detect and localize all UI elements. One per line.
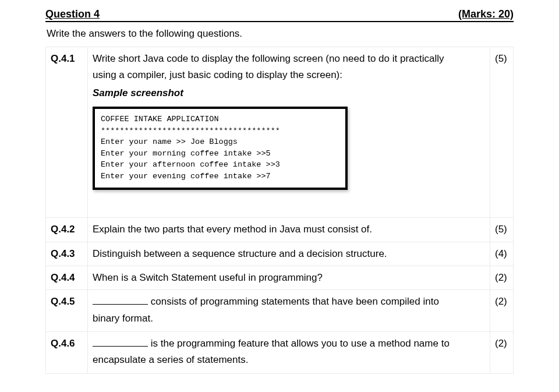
question-number: Q.4.4 — [46, 266, 88, 290]
question-text-line: encapsulate a series of statements. — [93, 352, 485, 368]
question-body: consists of programming statements that … — [88, 290, 490, 332]
question-text: is the programming feature that allows y… — [148, 338, 450, 349]
question-marks: (5) — [490, 47, 514, 218]
question-body: Distinguish between a sequence structure… — [88, 242, 490, 266]
question-marks: (2) — [490, 290, 514, 332]
question-body: Write short Java code to display the fol… — [88, 47, 490, 218]
question-text: When is a Switch Statement useful in pro… — [93, 272, 323, 283]
question-number: Q.4.5 — [46, 290, 88, 332]
table-row: Q.4.1 Write short Java code to display t… — [46, 47, 514, 218]
console-line: ************************************** — [101, 125, 339, 137]
question-text: Explain the two parts that every method … — [93, 224, 372, 235]
table-row: Q.4.3 Distinguish between a sequence str… — [46, 242, 514, 266]
console-line: COFFEE INTAKE APPLICATION — [101, 114, 339, 125]
question-number: Q.4.3 — [46, 242, 88, 266]
console-line: Enter your afternoon coffee intake >>3 — [101, 159, 339, 171]
question-marks: (2) — [490, 266, 514, 290]
question-number: Q.4.1 — [46, 47, 88, 218]
question-text-line: using a compiler, just basic coding to d… — [93, 68, 485, 83]
question-marks: (5) — [490, 218, 514, 242]
question-number: Q.4.2 — [46, 218, 88, 242]
question-text-line: Write short Java code to display the fol… — [93, 51, 485, 66]
table-row: Q.4.2 Explain the two parts that every m… — [46, 218, 514, 242]
console-line: Enter your name >> Joe Bloggs — [101, 136, 339, 148]
fill-in-blank — [93, 340, 148, 347]
question-marks: (2) — [490, 332, 514, 374]
instruction-text: Write the answers to the following quest… — [45, 26, 514, 45]
question-body: Explain the two parts that every method … — [88, 218, 490, 242]
table-row: Q.4.5 consists of programming statements… — [46, 290, 514, 332]
sample-screenshot-label: Sample screenshot — [93, 86, 485, 101]
question-marks: (4) — [490, 242, 514, 266]
question-text-line: binary format. — [93, 311, 485, 326]
console-line: Enter your morning coffee intake >>5 — [101, 148, 339, 160]
question-header: Question 4 (Marks: 20) — [45, 8, 514, 22]
fill-in-blank — [93, 298, 148, 305]
table-row: Q.4.6 is the programming feature that al… — [46, 332, 514, 374]
question-number: Q.4.6 — [46, 332, 88, 374]
question-text: Distinguish between a sequence structure… — [93, 248, 387, 259]
console-line: Enter your evening coffee intake >>7 — [101, 171, 339, 182]
question-total-marks: (Marks: 20) — [458, 8, 514, 20]
questions-table: Q.4.1 Write short Java code to display t… — [45, 47, 514, 374]
question-text: consists of programming statements that … — [148, 296, 439, 307]
question-title: Question 4 — [45, 8, 100, 20]
question-body: When is a Switch Statement useful in pro… — [88, 266, 490, 290]
question-body: is the programming feature that allows y… — [88, 332, 490, 374]
console-screenshot: COFFEE INTAKE APPLICATION **************… — [93, 107, 348, 190]
table-row: Q.4.4 When is a Switch Statement useful … — [46, 266, 514, 290]
